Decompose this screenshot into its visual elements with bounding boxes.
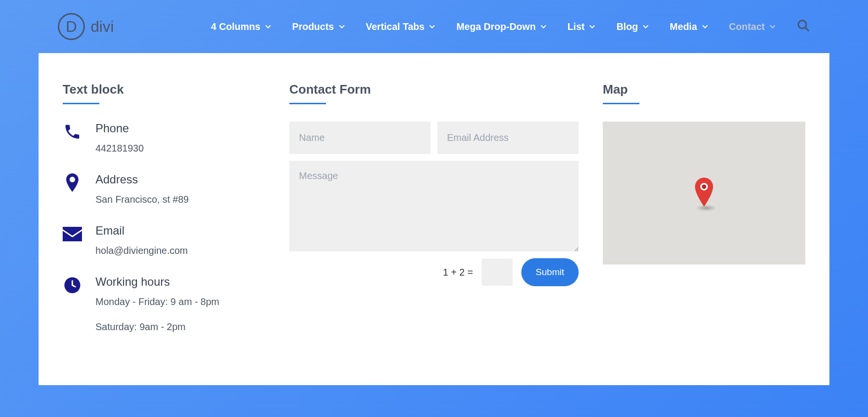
main-nav: 4 Columns Products Vertical Tabs Mega Dr…	[211, 19, 810, 34]
hours-value-1: Monday - Friday: 9 am - 8pm	[95, 294, 219, 309]
email-label: Email	[95, 224, 188, 237]
nav-label: List	[568, 21, 585, 32]
message-textarea[interactable]	[289, 161, 579, 251]
nav-vertical-tabs[interactable]: Vertical Tabs	[366, 21, 435, 32]
phone-icon	[63, 122, 82, 141]
section-title-contactform: Contact Form	[289, 82, 579, 97]
email-input[interactable]	[437, 122, 579, 154]
clock-icon	[63, 275, 82, 294]
search-button[interactable]	[797, 19, 810, 34]
info-address: Address San Francisco, st #89	[63, 173, 265, 207]
chevron-down-icon	[589, 24, 595, 29]
captcha-input[interactable]	[482, 259, 513, 286]
nav-label: Contact	[729, 21, 765, 32]
nav-products[interactable]: Products	[292, 21, 345, 32]
header: D divi 4 Columns Products Vertical Tabs …	[0, 0, 868, 53]
content-card: Text block Phone 442181930 Address San F…	[39, 53, 829, 385]
email-value: hola@diviengine.com	[95, 243, 188, 258]
address-label: Address	[95, 173, 189, 186]
text-block-section: Text block Phone 442181930 Address San F…	[63, 82, 265, 351]
nav-label: Blog	[616, 21, 637, 32]
map[interactable]	[603, 122, 805, 264]
chevron-down-icon	[339, 24, 345, 29]
svg-point-4	[702, 184, 706, 189]
logo[interactable]: D divi	[58, 13, 114, 40]
chevron-down-icon	[429, 24, 435, 29]
chevron-down-icon	[770, 24, 775, 29]
section-title-map: Map	[603, 82, 805, 97]
phone-value: 442181930	[95, 141, 144, 155]
search-icon	[797, 19, 810, 32]
form-row-1	[289, 122, 579, 154]
name-input[interactable]	[289, 122, 431, 154]
nav-4-columns[interactable]: 4 Columns	[211, 21, 271, 32]
address-value: San Francisco, st #89	[95, 192, 189, 207]
nav-label: 4 Columns	[211, 21, 260, 32]
info-email: Email hola@diviengine.com	[63, 224, 265, 258]
nav-label: Mega Drop-Down	[456, 21, 535, 32]
location-icon	[63, 173, 82, 192]
section-title-textblock: Text block	[63, 82, 265, 97]
chevron-down-icon	[541, 24, 546, 29]
form-footer: 1 + 2 = Submit	[289, 258, 579, 286]
nav-label: Vertical Tabs	[366, 21, 425, 32]
title-underline	[289, 103, 326, 104]
hours-label: Working hours	[95, 275, 219, 289]
nav-media[interactable]: Media	[670, 21, 708, 32]
nav-blog[interactable]: Blog	[616, 21, 648, 32]
title-underline	[603, 103, 639, 104]
logo-icon: D	[58, 13, 85, 40]
title-underline	[63, 103, 99, 104]
contact-form-section: Contact Form 1 + 2 = Submit	[289, 82, 579, 351]
chevron-down-icon	[643, 24, 649, 29]
chevron-down-icon	[265, 24, 271, 29]
nav-label: Products	[292, 21, 334, 32]
nav-contact[interactable]: Contact	[729, 21, 775, 32]
map-pin	[692, 178, 716, 208]
map-section: Map	[603, 82, 805, 351]
nav-label: Media	[670, 21, 697, 32]
hours-value-2: Saturday: 9am - 2pm	[95, 320, 219, 334]
logo-text: divi	[91, 18, 114, 36]
captcha-label: 1 + 2 =	[443, 267, 473, 278]
info-hours: Working hours Monday - Friday: 9 am - 8p…	[63, 275, 265, 334]
nav-mega-dropdown[interactable]: Mega Drop-Down	[456, 21, 546, 32]
chevron-down-icon	[702, 24, 708, 29]
svg-line-1	[805, 28, 808, 30]
email-icon	[63, 224, 82, 243]
info-phone: Phone 442181930	[63, 122, 265, 155]
phone-label: Phone	[95, 122, 144, 135]
nav-list[interactable]: List	[568, 21, 596, 32]
submit-button[interactable]: Submit	[521, 258, 579, 286]
